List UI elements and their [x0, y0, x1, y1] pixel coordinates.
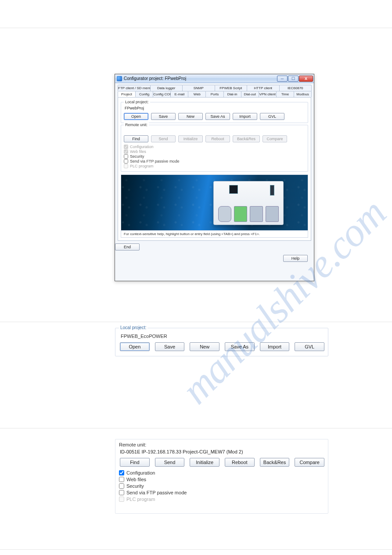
divider [0, 549, 392, 550]
tab-email[interactable]: E-mail [170, 91, 188, 97]
new-button[interactable]: New [190, 342, 219, 351]
titlebar[interactable]: Configurator project: FPwebProj ─ ☐ X [115, 74, 314, 83]
compare-button[interactable]: Compare [295, 458, 324, 467]
chk-plc[interactable]: PLC program [119, 497, 324, 502]
tab-datalogger[interactable]: Data logger [150, 85, 183, 91]
window-controls: ─ ☐ X [277, 76, 313, 82]
window-title: Configurator project: FPwebProj [124, 76, 277, 81]
connector-icon [250, 206, 263, 222]
divider [0, 28, 392, 28]
local-project-group: Local project: FPwebProj Open Save New S… [121, 102, 308, 123]
save-button[interactable]: Save [155, 342, 185, 351]
chk-security-box[interactable] [119, 483, 124, 489]
local-project-name: FPwebProj [125, 106, 305, 110]
save-button[interactable]: Save [151, 113, 176, 120]
chk-configuration[interactable]: Configuration [119, 470, 324, 475]
banner-image [121, 174, 308, 231]
tab-modbus[interactable]: Modbus [294, 91, 312, 97]
saveas-button[interactable]: Save As [205, 113, 230, 120]
chk-configuration-label: Configuration [130, 145, 154, 149]
maximize-button[interactable]: ☐ [288, 76, 298, 82]
chk-webfiles-box[interactable] [124, 149, 128, 154]
gvl-button[interactable]: GVL [260, 113, 284, 120]
open-button[interactable]: Open [120, 342, 150, 351]
local-buttons: Open Save New Save As Import GVL [124, 113, 305, 120]
tab-configcom[interactable]: Config COM [153, 91, 171, 97]
remote-detail-checks: Configuration Web files Security Send vi… [119, 470, 324, 502]
chk-webfiles-label: Web files [130, 149, 146, 154]
tab-dialout[interactable]: Dial-out [241, 91, 259, 97]
backres-button[interactable]: Back&Res [233, 135, 260, 142]
tabs-row-bottom: Project Config Config COM E-mail Web Por… [118, 91, 311, 97]
chk-plc[interactable]: PLC program [124, 164, 305, 168]
chk-security[interactable]: Security [119, 483, 324, 489]
open-button[interactable]: Open [124, 113, 148, 120]
chk-passive-box[interactable] [124, 159, 128, 163]
local-project-detail-legend: Local project: [119, 325, 147, 330]
gvl-button[interactable]: GVL [295, 342, 324, 351]
reboot-button[interactable]: Reboot [205, 135, 230, 142]
tabs-row-top: FTP client / SD memory card Data logger … [118, 85, 311, 91]
chk-configuration-box[interactable] [119, 470, 124, 475]
new-button[interactable]: New [178, 113, 203, 120]
reboot-button[interactable]: Reboot [225, 458, 255, 467]
remote-checks: Configuration Web files Security Send vi… [124, 145, 305, 168]
end-button[interactable]: End [115, 243, 140, 250]
divider [0, 428, 392, 428]
tab-http[interactable]: HTTP client [247, 85, 280, 91]
import-button[interactable]: Import [260, 342, 290, 351]
chk-configuration[interactable]: Configuration [124, 145, 305, 149]
chk-configuration-box[interactable] [124, 145, 128, 149]
device-connectors [218, 206, 279, 222]
window-footer: End Help [115, 243, 314, 261]
saveas-button[interactable]: Save As [225, 342, 255, 351]
chk-security-box[interactable] [124, 154, 128, 159]
local-project-detail-name: FPWEB_EcoPOWER [121, 334, 324, 339]
remote-unit-ip [125, 129, 305, 133]
send-button[interactable]: Send [151, 135, 176, 142]
chk-plc-box[interactable] [119, 497, 124, 502]
find-button[interactable]: Find [124, 135, 148, 142]
remote-unit-legend: Remote unit: [124, 123, 149, 127]
tab-dialin[interactable]: Dial-in [223, 91, 241, 97]
local-project-detail: Local project: FPWEB_EcoPOWER Open Save … [115, 328, 328, 356]
chk-webfiles-label: Web files [126, 477, 146, 482]
import-button[interactable]: Import [233, 113, 257, 120]
local-detail-buttons: Open Save New Save As Import GVL [120, 342, 324, 351]
chk-webfiles[interactable]: Web files [124, 149, 305, 154]
serial-connector-icon [218, 206, 231, 222]
chk-security[interactable]: Security [124, 154, 305, 159]
remote-detail-buttons: Find Send Initialize Reboot Back&Res Com… [120, 458, 324, 467]
remote-unit-detail-ip: ID-0051E IP-192.168.178.33 Project-CGI_M… [120, 449, 324, 454]
initialize-button[interactable]: Initialize [190, 458, 219, 467]
connector-icon [266, 206, 279, 222]
chk-security-label: Security [130, 154, 144, 159]
window-body: FTP client / SD memory card Data logger … [115, 83, 314, 243]
chk-passive[interactable]: Send via FTP passive mode [124, 159, 305, 163]
find-button[interactable]: Find [120, 458, 150, 467]
close-button[interactable]: X [299, 76, 313, 82]
tab-ftp[interactable]: FTP client / SD memory card [118, 85, 151, 91]
backres-button[interactable]: Back&Res [260, 458, 290, 467]
remote-unit-group: Remote unit: Find Send Initialize Reboot… [121, 125, 308, 172]
send-button[interactable]: Send [155, 458, 185, 467]
tab-time[interactable]: Time [276, 91, 294, 97]
help-button[interactable]: Help [283, 255, 308, 262]
tab-iec60870[interactable]: IEC60870 [279, 85, 312, 91]
chk-webfiles[interactable]: Web files [119, 477, 324, 482]
compare-button[interactable]: Compare [263, 135, 287, 142]
chk-webfiles-box[interactable] [119, 477, 124, 482]
chk-passive-box[interactable] [119, 490, 124, 495]
tab-vpn[interactable]: VPN client [259, 91, 277, 97]
initialize-button[interactable]: Initialize [178, 135, 203, 142]
chk-plc-box[interactable] [124, 164, 128, 168]
tab-fpwebscript[interactable]: FPWEB Script [215, 85, 248, 91]
tab-config[interactable]: Config [135, 91, 153, 97]
tab-project[interactable]: Project [118, 91, 136, 97]
chk-configuration-label: Configuration [126, 470, 155, 475]
tab-web[interactable]: Web [188, 91, 206, 97]
tab-ports[interactable]: Ports [205, 91, 223, 97]
tab-snmp[interactable]: SNMP [182, 85, 215, 91]
minimize-button[interactable]: ─ [277, 76, 288, 82]
chk-passive[interactable]: Send via FTP passive mode [119, 490, 324, 495]
